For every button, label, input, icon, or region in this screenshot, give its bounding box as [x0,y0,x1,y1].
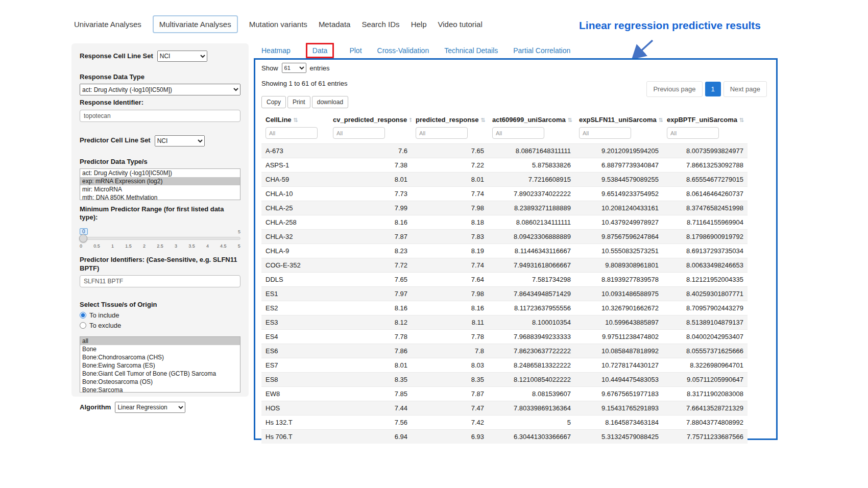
column-filter-input-expslfn11-unisarcoma[interactable] [579,127,631,139]
table-row[interactable]: ES38.128.118.10001035410.5996438858978.5… [261,315,748,330]
nav-item-help[interactable]: Help [411,16,427,33]
table-row[interactable]: DDLS7.657.647.5817342988.819392778395788… [261,273,748,287]
table-cell: 9.8089308961801 [575,258,663,273]
sidebar: Response Cell Line Set NCI Response Data… [71,43,249,397]
cellline-cell: COG-E-352 [261,258,329,273]
sort-icon[interactable]: ⇅ [481,117,486,123]
list-option-bone-osteosarcoma-os[interactable]: Bone:Osteosarcoma (OS) [80,378,240,386]
column-header-expbptf-unisarcoma[interactable]: expBPTF_uniSarcoma⇅ [663,112,748,126]
table-row[interactable]: ES88.358.358.1210085402222210.4494475483… [261,373,748,387]
list-option-exp-mrna-expression-log2[interactable]: exp: mRNA Expression (log2) [80,177,240,185]
table-cell: 10.0931486588975 [575,287,663,301]
sort-icon[interactable]: ⇅ [294,117,298,123]
tab-technical-details[interactable]: Technical Details [444,43,498,58]
column-filter-input-cellline[interactable] [266,127,318,139]
tab-heatmap[interactable]: Heatmap [261,43,291,58]
table-row[interactable]: ASPS-17.387.225.8758338266.8879773934084… [261,158,748,173]
table-row[interactable]: CHLA-327.877.838.094233068888899.8756759… [261,230,748,244]
column-header-cv-predicted-response[interactable]: cv_predicted_response⇅ [329,112,412,126]
sort-icon[interactable]: ⇅ [659,117,663,123]
column-filter-input-cv-predicted-response[interactable] [333,127,385,139]
table-cell: 7.44 [329,401,412,416]
table-row[interactable]: ES17.977.987.8643494857142910.0931486588… [261,287,748,301]
response-cell-line-set-select[interactable]: NCI [157,51,207,62]
previous-page-button[interactable]: Previous page [646,81,702,97]
list-option-mir-microrna[interactable]: mir: MicroRNA [80,185,240,193]
nav-item-metadata[interactable]: Metadata [319,16,351,33]
tissue-list[interactable]: allBoneBone:Chondrosarcoma (CHS)Bone:Ewi… [80,336,240,393]
list-option-all[interactable]: all [80,337,240,345]
current-page-button[interactable]: 1 [705,82,721,96]
tab-plot[interactable]: Plot [349,43,361,58]
table-row[interactable]: CHLA-257.997.988.2389327118888910.208124… [261,201,748,215]
predictor-data-type-list[interactable]: act: Drug Activity (-log10[IC50M])exp: m… [80,168,240,200]
table-cell: 10.4379249978927 [575,215,663,230]
table-cell: 7.83 [412,230,488,244]
nav-item-multivariate-analyses[interactable]: Multivariate Analyses [153,15,238,33]
sort-icon[interactable]: ⇅ [568,117,572,123]
cellline-cell: CHLA-32 [261,230,329,244]
table-row[interactable]: ES67.867.87.8623063772222210.08584878189… [261,344,748,358]
nav-item-univariate-analyses[interactable]: Univariate Analyses [74,16,141,33]
column-header-act609699-unisarcoma[interactable]: act609699_uniSarcoma⇅ [488,112,575,126]
table-row[interactable]: HOS7.447.477.803398691363649.15431765291… [261,401,748,416]
tab-data[interactable]: Data [306,43,334,58]
slider-track[interactable] [80,237,240,240]
column-filter-input-act609699-unisarcoma[interactable] [492,127,544,139]
sort-icon[interactable]: ⇅ [409,117,412,123]
sort-icon[interactable]: ⇅ [739,117,744,123]
predictor-cell-line-set-select[interactable]: NCI [155,135,205,147]
column-label: expSLFN11_uniSarcoma [579,116,657,124]
table-row[interactable]: A-6737.67.658.086716483111119.2012091959… [261,144,748,158]
table-row[interactable]: CHLA-98.238.198.1144634311666710.5550832… [261,244,748,258]
slider-handle[interactable] [79,234,87,242]
min-predictor-range-slider[interactable]: 0 5 00.511.522.533.544.55 [80,237,240,249]
tab-cross-validation[interactable]: Cross-Validation [377,43,429,58]
response-data-type-select[interactable]: act: Drug Activity (-log10[IC50M]) [80,84,240,95]
predictor-identifiers-input[interactable] [80,275,240,287]
nav-item-video-tutorial[interactable]: Video tutorial [438,16,482,33]
entries-select[interactable]: 61 [282,63,306,73]
table-row[interactable]: Hs 132.T7.567.4258.16458734631847.880437… [261,416,748,430]
table-row[interactable]: ES78.018.038.2486581332222210.7278174430… [261,358,748,373]
next-page-button[interactable]: Next page [724,81,767,97]
tissue-radio-row-to-include[interactable]: To include [80,311,240,319]
cellline-cell: CHLA-10 [261,187,329,201]
list-option-bone-giant-cell-tumor-of-bone-gctb-sarcoma[interactable]: Bone:Giant Cell Tumor of Bone (GCTB) Sar… [80,370,240,378]
copy-button[interactable]: Copy [261,96,286,108]
table-row[interactable]: CHLA-2588.168.188.0860213411111110.43792… [261,215,748,230]
list-option-bone[interactable]: Bone [80,345,240,353]
table-row[interactable]: EW87.857.878.0815396079.676756519771838.… [261,387,748,401]
table-row[interactable]: Hs 706.T6.946.936.304413033666675.313245… [261,430,748,444]
nav-item-search-ids[interactable]: Search IDs [361,16,399,33]
algorithm-select[interactable]: Linear Regression [115,402,185,413]
table-row[interactable]: ES28.168.168.1172363795555610.3267901662… [261,301,748,315]
list-option-mth-dna-850k-methylation[interactable]: mth: DNA 850K Methylation [80,193,240,200]
tissue-radio-to-include[interactable] [80,312,86,319]
table-cell: 9.87567596247864 [575,230,663,244]
table-cell: 10.2081240433161 [575,201,663,215]
column-header-cellline[interactable]: CellLine⇅ [261,112,329,126]
tissue-radio-row-to-exclude[interactable]: To exclude [80,322,240,329]
table-row[interactable]: COG-E-3527.727.747.949316180666679.80893… [261,258,748,273]
column-filter-input-predicted-response[interactable] [416,127,468,139]
print-button[interactable]: Print [287,96,310,108]
list-option-act-drug-activity-log10-ic50m[interactable]: act: Drug Activity (-log10[IC50M]) [80,169,240,177]
download-button[interactable]: download [312,96,348,108]
list-option-bone-sarcoma[interactable]: Bone:Sarcoma [80,386,240,393]
table-row[interactable]: ES47.787.787.968839492333339.97511238474… [261,330,748,344]
table-row[interactable]: CHA-598.018.017.72166089159.538445790892… [261,173,748,187]
response-identifier-input[interactable] [80,110,240,122]
list-option-bone-ewing-sarcoma-es[interactable]: Bone:Ewing Sarcoma (ES) [80,361,240,370]
tissue-radio-to-exclude[interactable] [80,322,86,329]
tab-partial-correlation[interactable]: Partial Correlation [513,43,570,58]
table-cell: 8.01 [329,173,412,187]
column-filter-input-expbptf-unisarcoma[interactable] [667,127,719,139]
list-option-bone-chondrosarcoma-chs[interactable]: Bone:Chondrosarcoma (CHS) [80,353,240,361]
column-header-expslfn11-unisarcoma[interactable]: expSLFN11_uniSarcoma⇅ [575,112,663,126]
table-row[interactable]: CHLA-107.737.747.890233740222229.6514923… [261,187,748,201]
nav-item-mutation-variants[interactable]: Mutation variants [249,16,307,33]
column-header-predicted-response[interactable]: predicted_response⇅ [412,112,488,126]
export-buttons: CopyPrintdownload [261,96,770,108]
cellline-cell: EW8 [261,387,329,401]
